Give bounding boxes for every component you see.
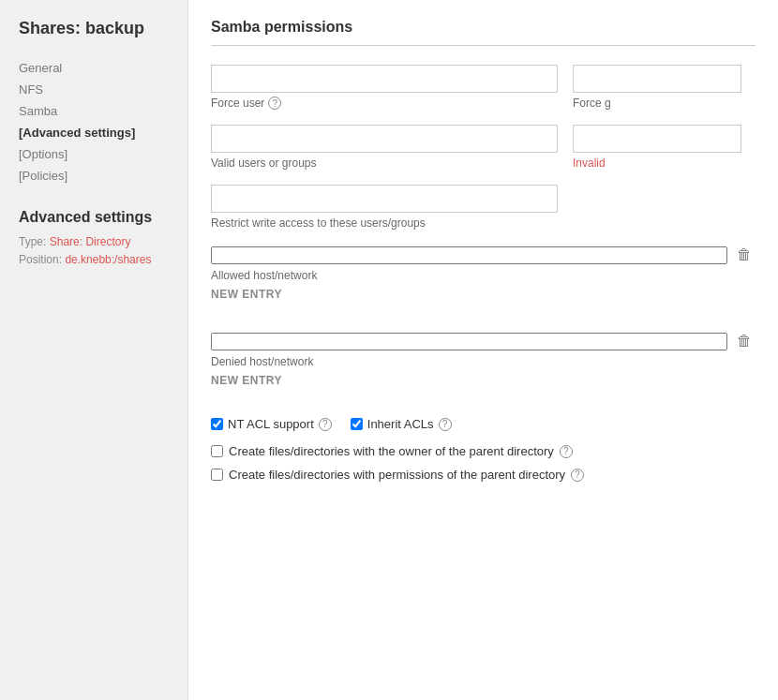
invalid-field: Invalid [573, 125, 756, 170]
type-value: Share: Directory [50, 235, 131, 248]
sidebar-meta: Type: Share: Directory Position: de.kneb… [19, 233, 187, 269]
restrict-write-label: Restrict write access to these users/gro… [211, 216, 756, 230]
denied-host-field-row: 🗑 [211, 331, 756, 351]
nt-acl-item: NT ACL support ? [211, 417, 332, 431]
valid-users-field: Valid users or groups [211, 125, 558, 170]
invalid-input[interactable] [573, 125, 741, 153]
inherit-acl-checkbox[interactable] [351, 418, 363, 430]
acl-row: NT ACL support ? Inherit ACLs ? [211, 417, 756, 431]
inherit-acl-label: Inherit ACLs [367, 417, 434, 431]
sidebar-item-samba[interactable]: Samba [19, 100, 187, 122]
sidebar-item-options[interactable]: [Options] [19, 143, 187, 165]
page-title: Shares: backup [19, 19, 187, 38]
position-value: de.knebb:/shares [65, 253, 151, 266]
create-files-owner-checkbox[interactable] [211, 445, 223, 457]
nt-acl-checkbox[interactable] [211, 418, 223, 430]
force-group-input[interactable] [573, 65, 741, 93]
allowed-host-field-row: 🗑 [211, 245, 756, 265]
allowed-host-label: Allowed host/network [211, 269, 756, 282]
denied-host-delete-button[interactable]: 🗑 [733, 331, 756, 351]
sidebar-item-policies[interactable]: [Policies] [19, 165, 187, 186]
denied-host-section: 🗑 Denied host/network [211, 331, 756, 368]
sidebar-item-general[interactable]: General [19, 57, 187, 79]
sidebar-item-advanced[interactable]: [Advanced settings] [19, 122, 187, 143]
allowed-host-input[interactable] [211, 246, 727, 264]
position-label: Position: de.knebb:/shares [19, 251, 187, 269]
allowed-new-entry-link[interactable]: NEW ENTRY [211, 288, 282, 301]
force-user-input[interactable] [211, 65, 558, 93]
create-files-perms-checkbox[interactable] [211, 469, 223, 481]
create-files-perms-row: Create files/directories with permission… [211, 468, 756, 482]
inherit-acl-item: Inherit ACLs ? [351, 417, 452, 431]
sidebar: Shares: backup General NFS Samba [Advanc… [0, 0, 187, 700]
section-title: Samba permissions [211, 19, 756, 46]
delete-icon: 🗑 [737, 246, 752, 263]
force-group-label: Force g [573, 97, 756, 110]
create-files-owner-label: Create files/directories with the owner … [229, 444, 554, 458]
valid-users-row: Valid users or groups Invalid [211, 125, 756, 170]
valid-users-input[interactable] [211, 125, 558, 153]
sidebar-item-nfs[interactable]: NFS [19, 79, 187, 100]
restrict-write-field: Restrict write access to these users/gro… [211, 185, 756, 230]
delete-icon-2: 🗑 [737, 333, 752, 350]
create-files-owner-help-icon[interactable]: ? [560, 445, 573, 458]
denied-host-input[interactable] [211, 333, 727, 350]
denied-host-label: Denied host/network [211, 355, 756, 368]
force-group-field: Force g [573, 65, 756, 110]
nt-acl-help-icon[interactable]: ? [319, 418, 332, 431]
force-user-field: Force user ? [211, 65, 558, 110]
create-files-perms-label: Create files/directories with permission… [229, 468, 565, 482]
create-files-perms-help-icon[interactable]: ? [571, 469, 584, 482]
inherit-acl-help-icon[interactable]: ? [439, 418, 452, 431]
invalid-label: Invalid [573, 156, 756, 170]
force-user-label: Force user ? [211, 97, 558, 110]
type-label: Type: Share: Directory [19, 233, 187, 251]
allowed-host-section: 🗑 Allowed host/network [211, 245, 756, 282]
sidebar-nav: General NFS Samba [Advanced settings] [O… [19, 57, 187, 186]
force-user-row: Force user ? Force g [211, 65, 756, 110]
valid-users-label: Valid users or groups [211, 156, 558, 170]
main-content: Samba permissions Force user ? Force g [187, 0, 778, 700]
create-files-owner-row: Create files/directories with the owner … [211, 444, 756, 458]
force-user-help-icon[interactable]: ? [268, 97, 281, 110]
sidebar-section-title: Advanced settings [19, 209, 187, 226]
nt-acl-label: NT ACL support [228, 417, 314, 431]
restrict-write-input[interactable] [211, 185, 558, 213]
allowed-host-delete-button[interactable]: 🗑 [733, 245, 756, 265]
denied-new-entry-link[interactable]: NEW ENTRY [211, 374, 282, 387]
